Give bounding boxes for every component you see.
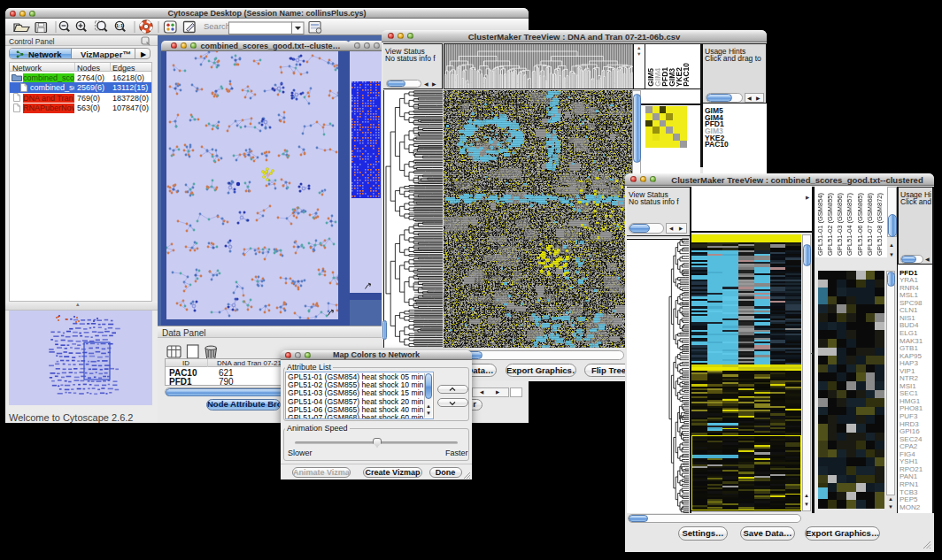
svg-text:1:1: 1:1: [116, 23, 123, 28]
svg-text:Search:: Search:: [204, 21, 233, 31]
